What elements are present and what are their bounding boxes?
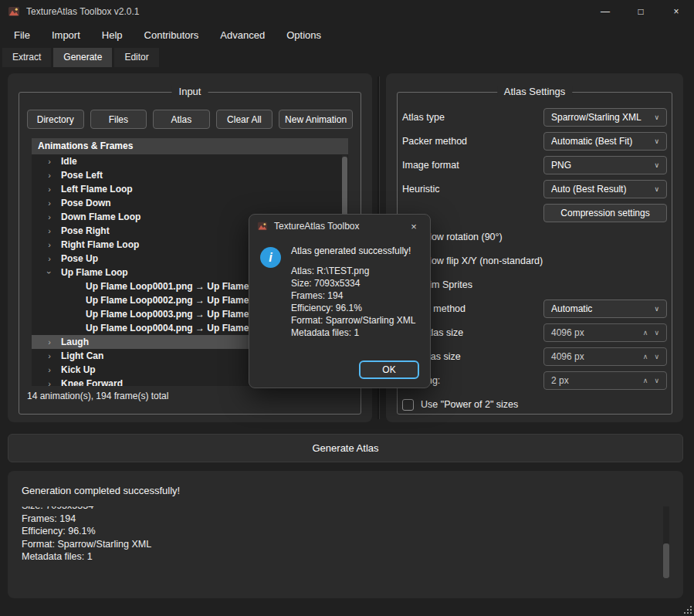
- spin-up-icon[interactable]: ∧: [643, 377, 648, 384]
- log-line: Efficiency: 96.1%: [22, 525, 655, 538]
- atlas-button[interactable]: Atlas: [153, 110, 210, 129]
- menu-import[interactable]: Import: [41, 29, 91, 41]
- input-legend: Input: [172, 86, 208, 97]
- tree-item[interactable]: › Idle: [32, 154, 348, 168]
- image-format-label: Image format: [402, 160, 459, 171]
- image-format-row: Image format PNG ∨: [402, 156, 667, 174]
- rotate-method-select[interactable]: Automatic ∨: [543, 300, 667, 318]
- chevron-right-icon[interactable]: ›: [44, 254, 55, 263]
- resize-grip[interactable]: [683, 605, 692, 614]
- dialog-text: Atlas generated successfully! Atlas: R:\…: [291, 245, 415, 339]
- tree-item[interactable]: › Pose Left: [32, 168, 348, 182]
- max-atlas-size-spinner[interactable]: 4096 px ∧ ∨: [543, 323, 667, 342]
- dialog-title: TextureAtlas Toolbox: [274, 221, 360, 232]
- allow-flip-row: Allow flip X/Y (non-standard): [402, 252, 667, 270]
- maximize-button[interactable]: □: [623, 0, 658, 23]
- chevron-right-icon[interactable]: ›: [44, 157, 55, 166]
- input-button-row: Directory Files Atlas Clear All New Anim…: [27, 110, 353, 129]
- dialog: TextureAtlas Toolbox × i Atlas generated…: [249, 214, 431, 388]
- rotate-method-row: Rotate method Automatic ∨: [402, 300, 667, 318]
- dialog-detail-line: Frames: 194: [291, 289, 415, 302]
- chevron-right-icon[interactable]: ›: [44, 212, 55, 222]
- atlas-type-select[interactable]: Sparrow/Starling XML ∨: [543, 108, 667, 127]
- input-status: 14 animation(s), 194 frame(s) total: [27, 391, 168, 401]
- minimize-button[interactable]: —: [587, 0, 623, 23]
- log-line: Frames: 194: [22, 513, 655, 526]
- clear-all-button[interactable]: Clear All: [216, 110, 273, 129]
- tab-generate[interactable]: Generate: [53, 48, 112, 67]
- new-animation-button[interactable]: New Animation: [279, 110, 353, 129]
- menu-help[interactable]: Help: [91, 29, 134, 41]
- spin-down-icon[interactable]: ∨: [654, 353, 659, 360]
- dialog-close-button[interactable]: ×: [405, 218, 422, 235]
- spin-down-icon[interactable]: ∨: [654, 329, 659, 337]
- padding-spinner[interactable]: 2 px ∧ ∨: [543, 371, 667, 390]
- spin-up-icon[interactable]: ∧: [643, 329, 648, 337]
- packer-method-select[interactable]: Automatic (Best Fit) ∨: [543, 132, 667, 151]
- chevron-right-icon[interactable]: ›: [44, 351, 55, 360]
- tab-extract[interactable]: Extract: [2, 48, 51, 67]
- power-of-two-checkbox[interactable]: [402, 399, 414, 411]
- chevron-right-icon[interactable]: ›: [44, 198, 55, 208]
- min-atlas-size-row: Min atlas size 4096 px ∧ ∨: [402, 347, 667, 366]
- log-panel: Generation completed successfully! Size:…: [8, 471, 683, 598]
- chevron-right-icon[interactable]: ›: [44, 365, 55, 374]
- log-line: Size: 7093x5334: [22, 506, 655, 513]
- tree-item-label: Left Flame Loop: [61, 184, 133, 195]
- rotate-method-value: Automatic: [551, 303, 651, 314]
- chevron-right-icon[interactable]: ›: [44, 184, 55, 194]
- ok-button[interactable]: OK: [359, 360, 419, 379]
- heuristic-value: Auto (Best Result): [551, 184, 651, 195]
- tree-item-label: Light Can: [61, 350, 103, 361]
- dialog-body: i Atlas generated successfully! Atlas: R…: [249, 238, 430, 339]
- menu-file[interactable]: File: [3, 29, 41, 41]
- chevron-right-icon[interactable]: ›: [44, 240, 55, 249]
- log-scrollbar-thumb[interactable]: [663, 543, 669, 578]
- chevron-right-icon[interactable]: ›: [44, 379, 55, 386]
- settings-legend: Atlas Settings: [497, 86, 573, 97]
- close-icon: ×: [673, 6, 679, 17]
- image-format-select[interactable]: PNG ∨: [543, 156, 667, 174]
- generate-atlas-button[interactable]: Generate Atlas: [8, 434, 683, 462]
- heuristic-row: Heuristic Auto (Best Result) ∨: [402, 180, 667, 198]
- power-of-two-label: Use "Power of 2" sizes: [421, 399, 518, 410]
- trim-sprites-row: Trim Sprites: [402, 276, 667, 294]
- allow-rotation-row: Allow rotation (90°): [402, 228, 667, 246]
- chevron-right-icon[interactable]: ›: [44, 337, 55, 347]
- compression-settings-button[interactable]: Compression settings: [543, 204, 667, 222]
- files-button[interactable]: Files: [90, 110, 147, 129]
- spin-down-icon[interactable]: ∨: [654, 377, 659, 384]
- max-atlas-size-value: 4096 px: [551, 327, 584, 338]
- tree-item-label: Right Flame Loop: [61, 239, 139, 250]
- settings-groupbox: Atlas Settings Atlas type Sparrow/Starli…: [397, 92, 672, 415]
- tree-item-label: Pose Up: [61, 253, 98, 264]
- menu-advanced[interactable]: Advanced: [209, 29, 276, 41]
- dialog-message: Atlas generated successfully!: [291, 245, 415, 256]
- dialog-app-icon: [257, 221, 268, 232]
- maximize-icon: □: [638, 6, 643, 17]
- chevron-right-icon[interactable]: ›: [44, 171, 55, 180]
- settings-rows: Atlas type Sparrow/Starling XML ∨ Packer…: [398, 93, 672, 419]
- dialog-detail-line: Format: Sparrow/Starling XML: [291, 314, 415, 327]
- log-scrollbar[interactable]: [663, 506, 669, 578]
- tab-bar: Extract Generate Editor: [2, 48, 159, 67]
- compression-row: Compression settings: [402, 204, 667, 222]
- close-button[interactable]: ×: [658, 0, 694, 23]
- power-of-two-row: Use "Power of 2" sizes: [402, 395, 667, 414]
- chevron-down-icon[interactable]: ›: [45, 267, 54, 278]
- min-atlas-size-spinner[interactable]: 4096 px ∧ ∨: [543, 347, 667, 366]
- tree-item-label: Pose Down: [61, 198, 111, 208]
- log-box[interactable]: Size: 7093x5334 Frames: 194 Efficiency: …: [22, 506, 669, 578]
- tab-editor[interactable]: Editor: [114, 48, 158, 67]
- tree-item[interactable]: › Left Flame Loop: [32, 182, 348, 196]
- packer-method-row: Packer method Automatic (Best Fit) ∨: [402, 132, 667, 151]
- menu-contributors[interactable]: Contributors: [134, 29, 210, 41]
- tree-item[interactable]: › Pose Down: [32, 196, 348, 210]
- spin-up-icon[interactable]: ∧: [643, 353, 648, 360]
- allow-rotation-label: Allow rotation (90°): [421, 232, 503, 242]
- heuristic-select[interactable]: Auto (Best Result) ∨: [543, 180, 667, 198]
- menu-options[interactable]: Options: [276, 29, 332, 41]
- minimize-icon: —: [601, 6, 610, 17]
- directory-button[interactable]: Directory: [27, 110, 84, 129]
- chevron-right-icon[interactable]: ›: [44, 226, 55, 235]
